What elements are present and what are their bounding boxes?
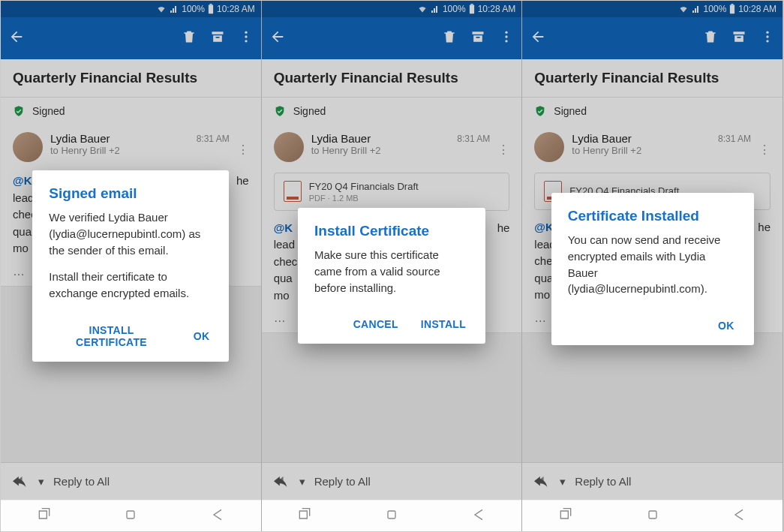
recents-icon[interactable] bbox=[558, 507, 573, 525]
recents-icon[interactable] bbox=[37, 507, 52, 525]
attachment-meta: PDF · 1.2 MB bbox=[309, 194, 419, 203]
home-icon[interactable] bbox=[123, 507, 138, 525]
overflow-icon[interactable] bbox=[239, 29, 254, 47]
avatar bbox=[274, 132, 304, 162]
recents-icon[interactable] bbox=[297, 507, 312, 525]
message-header[interactable]: Lydia Bauer to Henry Brill +2 8:31 AM ⋮ bbox=[1, 125, 261, 168]
wifi-icon bbox=[417, 5, 428, 14]
clock-text: 10:28 AM bbox=[738, 4, 776, 14]
back-nav-icon[interactable] bbox=[210, 507, 225, 525]
message-overflow-icon[interactable]: ⋮ bbox=[497, 132, 509, 157]
dialog-title: Certificate Installed bbox=[568, 208, 737, 224]
signed-indicator[interactable]: Signed bbox=[1, 98, 261, 125]
battery-percent: 100% bbox=[704, 4, 727, 14]
svg-point-4 bbox=[245, 40, 247, 42]
svg-point-9 bbox=[506, 35, 508, 38]
dialog-certificate-installed: Certificate Installed You can now send a… bbox=[551, 193, 754, 345]
svg-rect-0 bbox=[209, 5, 213, 14]
home-icon[interactable] bbox=[384, 507, 399, 525]
archive-icon[interactable] bbox=[731, 29, 746, 47]
archive-icon[interactable] bbox=[210, 29, 225, 47]
chevron-down-icon[interactable]: ▾ bbox=[299, 475, 305, 488]
shield-check-icon bbox=[534, 105, 546, 117]
android-navbar bbox=[262, 500, 522, 531]
message-time: 8:31 AM bbox=[197, 134, 230, 144]
home-icon[interactable] bbox=[645, 507, 660, 525]
signal-icon bbox=[692, 5, 701, 14]
battery-icon bbox=[729, 4, 735, 14]
signed-indicator[interactable]: Signed bbox=[262, 98, 522, 125]
mention-link[interactable]: @K bbox=[13, 174, 32, 187]
message-time: 8:31 AM bbox=[457, 134, 490, 144]
install-button[interactable]: INSTALL bbox=[418, 312, 469, 336]
thread-background bbox=[522, 333, 782, 463]
avatar bbox=[534, 132, 564, 162]
android-navbar bbox=[1, 500, 261, 531]
reply-all-icon bbox=[534, 476, 551, 488]
to-line: to Henry Brill +2 bbox=[572, 145, 710, 156]
back-icon[interactable] bbox=[8, 29, 25, 48]
svg-rect-11 bbox=[388, 511, 395, 518]
dialog-text: Make sure this certificate came from a v… bbox=[314, 247, 469, 296]
email-subject: Quarterly Financial Results bbox=[522, 59, 782, 98]
svg-rect-5 bbox=[127, 511, 134, 518]
signed-label: Signed bbox=[293, 105, 326, 117]
reply-bar[interactable]: ▾ Reply to All bbox=[1, 462, 261, 500]
install-certificate-button[interactable]: INSTALL CERTIFICATE bbox=[49, 318, 173, 354]
back-icon[interactable] bbox=[269, 29, 286, 48]
battery-icon bbox=[469, 4, 475, 14]
message-header[interactable]: Lydia Bauer to Henry Brill +2 8:31 AM ⋮ bbox=[262, 125, 522, 168]
svg-point-2 bbox=[245, 32, 247, 34]
back-nav-icon[interactable] bbox=[731, 507, 746, 525]
dialog-title: Signed email bbox=[49, 185, 212, 202]
attachment-card[interactable]: FY20 Q4 Financials Draft PDF · 1.2 MB bbox=[274, 173, 510, 211]
message-header[interactable]: Lydia Bauer to Henry Brill +2 8:31 AM ⋮ bbox=[522, 125, 782, 168]
to-line: to Henry Brill +2 bbox=[50, 145, 189, 156]
back-icon[interactable] bbox=[530, 29, 546, 48]
reply-bar[interactable]: ▾ Reply to All bbox=[522, 462, 782, 500]
dialog-title: Install Certificate bbox=[314, 223, 469, 239]
signed-indicator[interactable]: Signed bbox=[522, 98, 782, 125]
screen-1: 100% 10:28 AM Quarterly Financial Result… bbox=[1, 1, 262, 531]
trash-icon[interactable] bbox=[442, 29, 457, 47]
dialog-signed-email: Signed email We verified Lydia Bauer (ly… bbox=[32, 170, 229, 362]
status-bar: 100% 10:28 AM bbox=[522, 1, 782, 17]
overflow-icon[interactable] bbox=[499, 29, 514, 47]
shield-check-icon bbox=[274, 105, 286, 117]
wifi-icon bbox=[156, 5, 167, 14]
archive-icon[interactable] bbox=[470, 29, 485, 47]
trash-icon[interactable] bbox=[182, 29, 197, 47]
chevron-down-icon[interactable]: ▾ bbox=[560, 475, 566, 488]
app-bar bbox=[1, 17, 261, 59]
reply-bar[interactable]: ▾ Reply to All bbox=[262, 462, 522, 500]
reply-label: Reply to All bbox=[575, 475, 631, 488]
avatar bbox=[13, 132, 43, 162]
svg-point-15 bbox=[766, 35, 768, 38]
svg-rect-13 bbox=[731, 4, 734, 5]
message-overflow-icon[interactable]: ⋮ bbox=[237, 132, 249, 157]
battery-percent: 100% bbox=[182, 4, 205, 14]
message-overflow-icon[interactable]: ⋮ bbox=[758, 132, 770, 157]
status-bar: 100% 10:28 AM bbox=[1, 1, 261, 17]
battery-icon bbox=[208, 4, 214, 14]
overflow-icon[interactable] bbox=[760, 29, 775, 47]
chevron-down-icon[interactable]: ▾ bbox=[38, 475, 44, 488]
wifi-icon bbox=[678, 5, 689, 14]
svg-rect-12 bbox=[730, 5, 734, 14]
android-navbar bbox=[522, 500, 782, 531]
cancel-button[interactable]: CANCEL bbox=[350, 312, 401, 336]
screen-3: 100% 10:28 AM Quarterly Financial Result… bbox=[522, 1, 783, 531]
signal-icon bbox=[170, 5, 179, 14]
svg-rect-7 bbox=[470, 4, 473, 5]
signed-label: Signed bbox=[554, 105, 587, 117]
clock-text: 10:28 AM bbox=[478, 4, 516, 14]
mention-link[interactable]: @K bbox=[274, 221, 293, 234]
ok-button[interactable]: OK bbox=[715, 314, 737, 338]
dialog-text: You can now send and receive encrypted e… bbox=[568, 232, 737, 297]
svg-point-10 bbox=[506, 40, 508, 42]
ok-button[interactable]: OK bbox=[191, 318, 213, 354]
shield-check-icon bbox=[13, 105, 25, 117]
dialog-install-certificate: Install Certificate Make sure this certi… bbox=[298, 208, 485, 344]
back-nav-icon[interactable] bbox=[471, 507, 486, 525]
trash-icon[interactable] bbox=[703, 29, 718, 47]
